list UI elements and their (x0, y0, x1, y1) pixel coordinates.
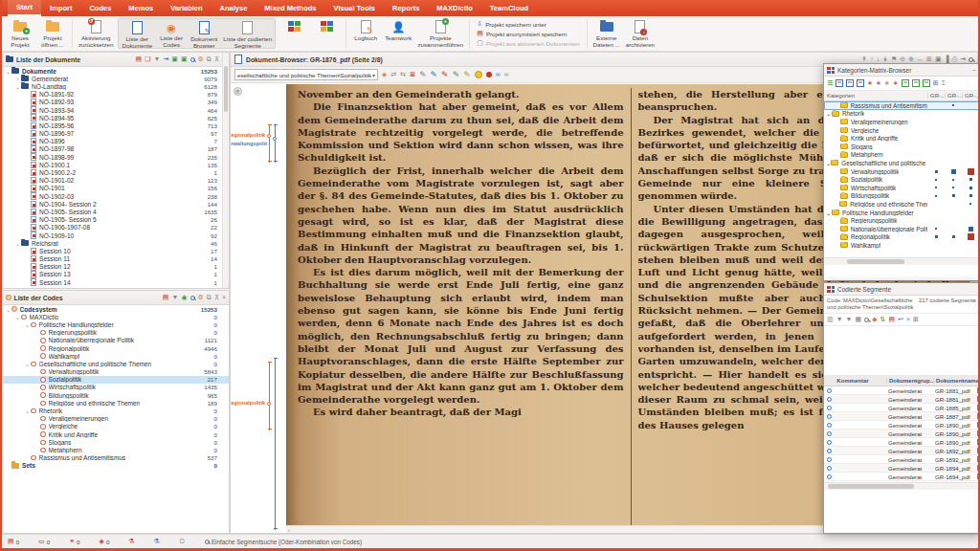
document-tree-row[interactable]: NÖ-18967 (3, 138, 229, 145)
segment-origin-icon[interactable] (827, 457, 832, 462)
coding-stripe-label[interactable]: .Verwaltungspolit (231, 141, 267, 146)
search-icon[interactable] (864, 318, 869, 322)
table-view-icon[interactable]: ▦ (856, 316, 862, 323)
highlighter-green-icon[interactable]: ✎ (453, 71, 460, 79)
expand-caret-icon[interactable]: ⌄ (14, 314, 21, 320)
expand-caret-icon[interactable]: › (14, 76, 21, 81)
link-count[interactable]: ⚭0 (69, 538, 79, 545)
sidebar-toggle-icon[interactable]: ▐ (945, 55, 949, 63)
expand-caret-icon[interactable]: ⌄ (5, 68, 11, 75)
document-tree-row[interactable]: ⌄NÖ-Landtag6128 (3, 82, 229, 90)
code-tree-row[interactable]: Vergleiche0 (3, 423, 229, 430)
document-list-scrollbar[interactable] (222, 53, 229, 288)
document-tree-row[interactable]: NÖ-1901156 (3, 185, 229, 192)
page-anchor-icon[interactable]: ⊕ (234, 87, 242, 96)
matrix-column-doc[interactable]: GR-... (945, 93, 962, 99)
document-tree-row[interactable]: Session 141 (3, 278, 229, 286)
segment-row[interactable]: GemeinderatGR-1881_pdf (824, 386, 979, 395)
calc-column-icon[interactable] (902, 79, 909, 87)
matrix-row[interactable]: Bildungspolitik (824, 192, 979, 201)
new-document-group-icon[interactable]: ▣ (181, 55, 188, 63)
fit-width-icon[interactable]: ↔ (917, 55, 924, 63)
expand-caret-icon[interactable]: ⌄ (14, 240, 21, 247)
import-document-icon[interactable]: ⇥ (163, 55, 168, 63)
matrix-row[interactable]: Nationale/überregionale Politik (824, 225, 979, 233)
segment-origin-icon[interactable] (827, 414, 832, 419)
document-tree-row[interactable]: NÖ-1897-98187 (3, 145, 229, 153)
matrix-cell[interactable] (945, 194, 962, 197)
code-tree-row[interactable]: Sozialpolitik217 (3, 376, 229, 384)
reset-activation-button[interactable]: ↺ Aktivierung zurücksetzen (76, 17, 116, 50)
matrix-cell[interactable] (927, 170, 945, 173)
last-segment-icon[interactable]: ↡ (882, 55, 888, 63)
segments-column-group[interactable]: Dokumentgrup... (886, 378, 933, 384)
memo-icon[interactable]: ▤ (163, 294, 169, 301)
document-tree-row[interactable]: Session 131 (3, 271, 229, 278)
menu-tab-variablen[interactable]: Variablen (162, 0, 211, 16)
segment-origin-icon[interactable] (827, 423, 832, 428)
coding-stripe-label[interactable]: .Regionalpolitik (231, 132, 265, 138)
save-project-anonymized-button[interactable]: ▤Projekt anonymisiert speichern (477, 30, 579, 37)
one-column-view-icon[interactable] (835, 79, 843, 87)
matrix-cell[interactable] (962, 227, 979, 231)
activation-doc-icon[interactable]: ❏ (145, 55, 150, 63)
new-document-icon[interactable]: ▣ (171, 55, 178, 63)
simple-segment-search[interactable]: Einfache Segmentsuche (Oder-Kombination … (205, 539, 362, 545)
next-segment-icon[interactable]: ↓ (877, 55, 880, 63)
undock-icon[interactable]: ⧉ (207, 294, 212, 301)
expand-caret-icon[interactable]: ⌄ (14, 83, 21, 90)
menu-tab-analyse[interactable]: Analyse (212, 0, 256, 16)
document-tree-row[interactable]: ⌄Dokumente15253 (3, 67, 229, 75)
new-code-icon[interactable]: ◉ (181, 294, 187, 301)
zoom-out-icon[interactable]: ⊖ (900, 55, 905, 63)
save-project-as-button[interactable]: ⇩Projekt speichern unter (477, 20, 579, 28)
code-tree-row[interactable]: ⌄Codesystem15253 (3, 305, 229, 313)
document-tree-row[interactable]: NÖ-1909-1092 (3, 231, 229, 239)
document-tree-row[interactable]: NÖ-1892-93349 (3, 99, 229, 106)
matrix-row[interactable]: Wirtschaftspolitik (824, 184, 979, 192)
menu-tab-start[interactable]: Start (8, 0, 41, 16)
coding-stripe[interactable] (269, 362, 270, 430)
segments-column-kommentar[interactable]: Kommentar (835, 378, 886, 384)
matrix-row[interactable]: Slogans (824, 143, 979, 151)
matrix-cell[interactable] (962, 168, 979, 175)
matrix-row[interactable]: ⌄Rhetorik (824, 110, 979, 119)
layout-3-panels-button[interactable] (310, 17, 343, 50)
matrix-cell[interactable] (962, 233, 979, 240)
highlighter-yellow-icon[interactable]: ✎ (463, 71, 471, 79)
filter-icon[interactable]: ▼ (153, 55, 160, 63)
archive-data-button[interactable]: ↓ Daten archivieren (623, 17, 657, 50)
menu-tab-mixed-methods[interactable]: Mixed Methods (256, 0, 324, 16)
insert-link-icon[interactable]: ∞ (496, 71, 501, 78)
code-tree-row[interactable]: Nationale/überregionale Politik1121 (3, 337, 229, 344)
segments-horizontal-scrollbar[interactable] (824, 482, 979, 490)
document-tree-row[interactable]: NÖ-1905- Session 41635 (3, 208, 229, 215)
bookmark-icon[interactable]: ⚑ (891, 55, 897, 63)
matrix-row[interactable]: Verallgemeinerungen (824, 118, 979, 126)
matrix-column-doc[interactable]: GR-... (927, 93, 945, 99)
code-tree-row[interactable]: Metahphern0 (3, 446, 229, 453)
code-tree-row[interactable]: ⌄Rhetorik0 (3, 407, 229, 414)
code-tree-row[interactable]: ⌄Politische Handlungsfelder0 (3, 320, 229, 328)
memo-icon[interactable]: ▤ (888, 316, 895, 323)
tree-view-icon[interactable]: ☰ (827, 79, 833, 87)
menu-tab-maxdictio[interactable]: MAXDictio (428, 0, 481, 16)
layout-4-panels-button[interactable] (278, 17, 310, 50)
segment-origin-icon[interactable] (827, 440, 832, 445)
document-tree-row[interactable]: NÖ-1893-94464 (3, 106, 229, 114)
menu-tab-reports[interactable]: Reports (384, 0, 428, 16)
matrix-cell[interactable] (945, 169, 962, 174)
calc-row-icon[interactable] (912, 79, 920, 87)
settings-gear-icon[interactable]: ⚙ (198, 55, 204, 63)
compact-view-icon[interactable] (857, 79, 864, 87)
open-project-button[interactable]: Projekt öffnen ... (36, 17, 69, 50)
code-undo-icon[interactable]: ⇆ (400, 71, 406, 78)
document-tree-row[interactable]: NÖ-1894-95625 (3, 114, 229, 121)
menu-tab-import[interactable]: Import (41, 0, 80, 16)
matrix-cell[interactable] (927, 187, 945, 188)
matrix-cell[interactable] (945, 104, 962, 106)
highlighter-red-icon[interactable]: ✎ (441, 71, 449, 79)
memo-icon[interactable]: ▤ (136, 55, 143, 63)
count-relative-icon[interactable]: ∗ (876, 79, 881, 87)
activation-red-icon[interactable]: ⚗ (128, 538, 134, 545)
